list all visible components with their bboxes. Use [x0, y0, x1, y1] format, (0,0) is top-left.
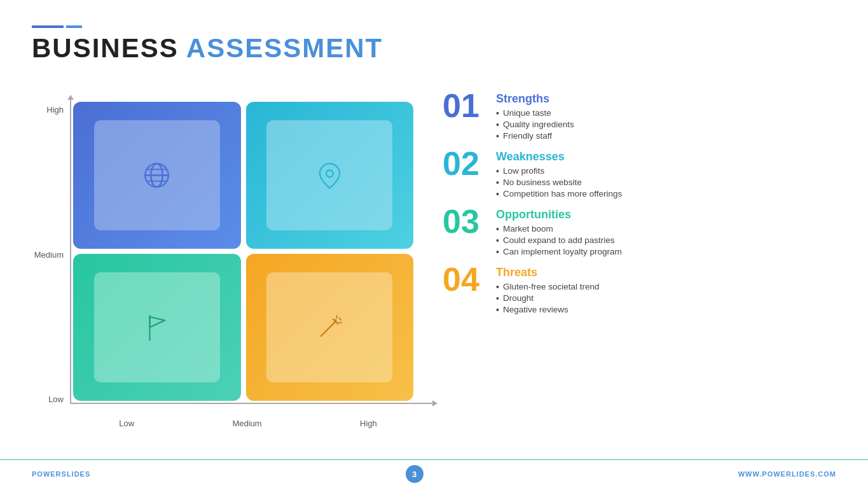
y-label-high: High [46, 105, 64, 115]
cell-inner-opportunities [94, 272, 220, 382]
swot-cell-strengths [73, 102, 241, 249]
strength-item-1: Unique taste [496, 108, 843, 118]
title-blue: ASSESSMENT [186, 33, 383, 63]
threat-item-1: Gluten-free societal trend [496, 282, 843, 292]
section-threats: 04 Threats Gluten-free societal trend Dr… [439, 266, 843, 316]
weakness-item-2: No business website [496, 178, 843, 188]
strengths-list: Unique taste Quality ingredients Friendl… [496, 108, 843, 141]
opportunities-list: Market boom Could expand to add pastries… [496, 224, 843, 257]
flag-icon [139, 310, 174, 345]
footer-brand-blue: SLIDES [62, 470, 91, 478]
x-label-low: Low [119, 419, 134, 428]
strength-item-3: Friendly staff [496, 131, 843, 141]
y-axis-arrow [70, 99, 71, 404]
opportunity-item-3: Can implement loyalty program [496, 247, 843, 257]
cell-inner-threats [266, 272, 392, 382]
footer: POWERSLIDES 3 WWW.POWERLIDES.COM [0, 459, 868, 488]
section-number-03: 03 [439, 205, 483, 238]
header: BUSINESS ASSESSMENT [32, 25, 383, 64]
footer-page-number: 3 [406, 465, 424, 483]
svg-line-7 [321, 321, 336, 336]
swot-cell-opportunities [73, 254, 241, 401]
opportunity-item-1: Market boom [496, 224, 843, 234]
swot-cell-threats [246, 254, 414, 401]
grid-container [70, 99, 426, 410]
weakness-item-1: Low profits [496, 166, 843, 176]
x-axis-arrow [70, 403, 432, 404]
y-label-low: Low [48, 394, 64, 404]
title-black: BUSINESS [32, 33, 179, 63]
opportunity-item-2: Could expand to add pastries [496, 235, 843, 246]
svg-point-5 [326, 170, 333, 177]
header-accent-bar [32, 25, 383, 28]
threat-item-2: Drought [496, 293, 843, 303]
footer-url: WWW.POWERLIDES.COM [738, 470, 836, 478]
x-label-high: High [360, 419, 377, 428]
wand-icon [312, 310, 347, 345]
weaknesses-list: Low profits No business website Competit… [496, 166, 843, 199]
section-title-strengths: Strengths [496, 92, 843, 106]
section-opportunities: 03 Opportunities Market boom Could expan… [439, 208, 843, 258]
section-content-strengths: Strengths Unique taste Quality ingredien… [496, 92, 843, 143]
threat-item-3: Negative reviews [496, 305, 843, 315]
section-title-opportunities: Opportunities [496, 208, 843, 221]
y-axis: High Medium Low [32, 105, 70, 404]
section-title-threats: Threats [496, 266, 843, 279]
strength-item-2: Quality ingredients [496, 120, 843, 130]
weakness-item-3: Competition has more offerings [496, 189, 843, 199]
page-title: BUSINESS ASSESSMENT [32, 33, 383, 64]
section-content-weaknesses: Weaknesses Low profits No business websi… [496, 150, 843, 200]
section-number-01: 01 [439, 89, 483, 122]
section-number-04: 04 [439, 263, 483, 296]
chart-area: High Medium Low [32, 92, 426, 436]
swot-grid [73, 102, 413, 401]
section-title-weaknesses: Weaknesses [496, 150, 843, 164]
accent-dark [32, 25, 64, 28]
svg-line-11 [339, 318, 341, 320]
footer-brand-black: POWER [32, 470, 62, 478]
swot-cell-weaknesses [246, 102, 414, 249]
section-strengths: 01 Strengths Unique taste Quality ingred… [439, 92, 843, 143]
threats-list: Gluten-free societal trend Drought Negat… [496, 282, 843, 315]
x-axis: Low Medium High [70, 410, 426, 436]
cell-inner-strengths [94, 120, 220, 230]
location-icon [312, 158, 347, 193]
right-panel: 01 Strengths Unique taste Quality ingred… [439, 92, 843, 450]
section-weaknesses: 02 Weaknesses Low profits No business we… [439, 150, 843, 200]
globe-icon [139, 158, 174, 193]
cell-inner-weaknesses [266, 120, 392, 230]
footer-brand: POWERSLIDES [32, 470, 90, 478]
x-label-medium: Medium [232, 419, 261, 428]
y-label-medium: Medium [34, 250, 64, 260]
section-content-threats: Threats Gluten-free societal trend Droug… [496, 266, 843, 316]
section-content-opportunities: Opportunities Market boom Could expand t… [496, 208, 843, 258]
svg-point-9 [334, 319, 337, 322]
accent-light [66, 25, 82, 28]
section-number-02: 02 [439, 147, 483, 180]
